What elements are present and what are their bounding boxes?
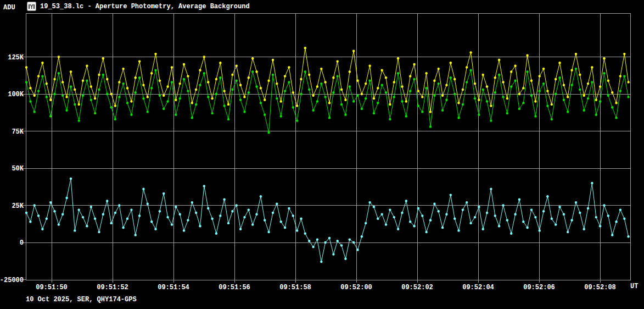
data-point — [409, 90, 411, 92]
data-point — [243, 96, 245, 98]
data-point — [114, 104, 116, 107]
x-tick-label: 09:51:54 — [158, 284, 189, 291]
data-point — [267, 80, 270, 82]
data-point — [41, 75, 43, 77]
data-point — [46, 218, 48, 220]
data-point — [365, 222, 367, 224]
data-point — [264, 99, 266, 101]
data-point — [78, 119, 80, 122]
data-point — [570, 84, 573, 86]
data-point — [587, 97, 589, 100]
data-point — [397, 57, 399, 59]
data-point — [236, 80, 238, 82]
data-point — [248, 208, 250, 211]
data-point — [546, 104, 548, 107]
data-point — [114, 118, 116, 120]
data-point — [627, 235, 629, 238]
data-point — [539, 75, 541, 77]
data-point — [106, 200, 108, 202]
data-point — [236, 65, 238, 67]
data-point — [37, 75, 40, 77]
data-point — [328, 102, 331, 104]
data-point — [243, 111, 245, 113]
data-point — [25, 81, 27, 83]
data-point — [337, 240, 339, 242]
data-point — [58, 72, 60, 74]
data-point — [102, 213, 104, 216]
data-point — [255, 213, 257, 216]
data-point — [130, 208, 132, 211]
data-point — [110, 106, 112, 108]
data-point — [276, 203, 278, 205]
data-point — [264, 114, 266, 116]
data-point — [405, 115, 407, 117]
x-tick-label: 09:52:00 — [340, 284, 372, 291]
data-point — [231, 210, 233, 212]
data-point — [486, 212, 488, 214]
data-point — [175, 114, 177, 116]
data-point — [118, 204, 120, 206]
data-point — [179, 97, 181, 100]
data-point — [352, 50, 355, 52]
data-point — [37, 214, 40, 217]
y-tick-label: 100K — [8, 91, 24, 98]
data-point — [615, 117, 617, 119]
data-point — [385, 76, 387, 79]
data-point — [462, 208, 464, 211]
data-point — [150, 87, 153, 89]
data-point — [49, 201, 52, 203]
data-point — [583, 228, 585, 230]
data-point — [267, 231, 270, 233]
data-point — [150, 220, 153, 223]
data-point — [445, 99, 447, 101]
data-point — [292, 91, 294, 93]
data-point — [623, 218, 625, 220]
x-tick-label: 09:51:58 — [279, 284, 311, 291]
y-tick-label: 0 — [20, 239, 24, 247]
data-point — [417, 104, 419, 107]
data-point — [490, 188, 492, 190]
data-point — [450, 194, 452, 196]
data-point — [248, 76, 250, 79]
data-point — [98, 89, 100, 91]
data-point — [510, 85, 512, 87]
data-point — [110, 222, 112, 224]
data-point — [385, 91, 387, 93]
data-point — [425, 231, 427, 233]
data-point — [118, 96, 120, 98]
data-point — [494, 214, 496, 217]
data-point — [223, 90, 225, 92]
data-point — [25, 212, 27, 214]
data-point — [603, 72, 605, 74]
data-point — [328, 117, 331, 119]
data-point — [607, 95, 609, 97]
data-point — [150, 72, 153, 74]
x-tick-label: 09:51:56 — [219, 284, 250, 291]
data-point — [179, 82, 181, 85]
data-point — [361, 235, 363, 238]
data-point — [78, 103, 80, 106]
data-point — [365, 97, 367, 100]
data-point — [627, 96, 629, 98]
data-point — [361, 108, 363, 110]
data-point — [445, 213, 447, 216]
data-point — [462, 103, 464, 106]
data-point — [352, 241, 355, 244]
data-point — [381, 69, 383, 71]
data-point — [518, 108, 520, 110]
data-point — [526, 227, 528, 229]
data-point — [312, 109, 314, 112]
data-point — [421, 111, 423, 113]
data-point — [563, 213, 565, 216]
data-point — [522, 220, 524, 223]
data-point — [46, 82, 48, 85]
data-point — [344, 114, 346, 116]
data-point — [421, 96, 423, 98]
data-point — [409, 75, 411, 77]
data-point — [502, 204, 504, 206]
data-point — [356, 95, 359, 97]
data-point — [332, 253, 334, 255]
data-point — [518, 93, 520, 95]
data-point — [159, 80, 161, 82]
data-point — [138, 76, 141, 79]
